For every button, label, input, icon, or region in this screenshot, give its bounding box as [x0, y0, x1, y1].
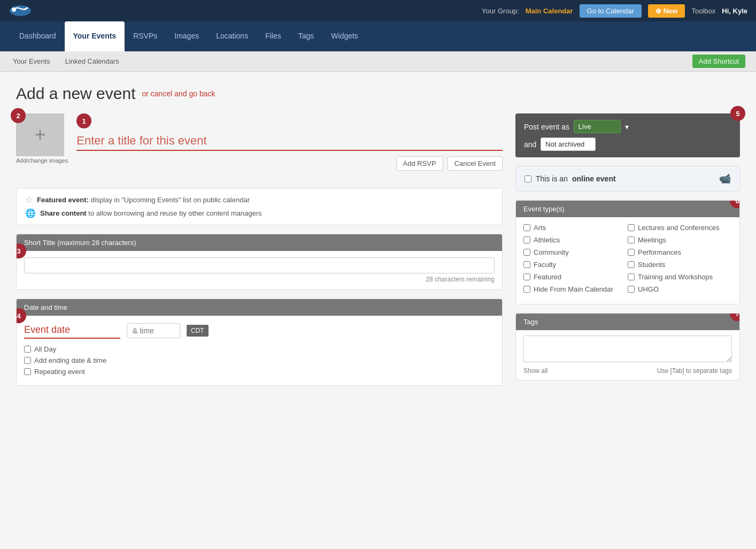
- step1-badge: 1: [76, 113, 91, 128]
- ending-checkbox[interactable]: [24, 357, 31, 364]
- nav-item-tags[interactable]: Tags: [290, 21, 323, 51]
- nav-item-widgets[interactable]: Widgets: [322, 21, 367, 51]
- toolbox-link[interactable]: Toolbox: [691, 7, 715, 15]
- repeating-label: Repeating event: [34, 368, 85, 376]
- post-event-row2: and Not archived Archived ▾: [524, 138, 731, 151]
- checkbox-hide-main[interactable]: [523, 286, 530, 293]
- date-time-header: Date and time: [17, 299, 502, 316]
- tags-hint: Use [Tab] to separate tags: [657, 367, 732, 375]
- short-title-input[interactable]: [24, 257, 495, 273]
- step5-badge: 5: [730, 106, 745, 121]
- archived-select[interactable]: Not archived Archived: [541, 138, 596, 151]
- repeating-checkbox-row[interactable]: Repeating event: [24, 368, 495, 376]
- event-title-input[interactable]: [76, 132, 503, 151]
- nav-item-rsvps[interactable]: RSVPs: [125, 21, 166, 51]
- event-types-header: Event type(s): [516, 201, 739, 217]
- checkbox-lectures[interactable]: [628, 224, 635, 231]
- event-type-students[interactable]: Students: [628, 261, 732, 269]
- add-change-images-label: Add/change images: [16, 157, 68, 164]
- online-event-box: This is an online event 📹: [515, 166, 740, 192]
- nav-item-dashboard[interactable]: Dashboard: [11, 21, 65, 51]
- group-name[interactable]: Main Calendar: [526, 7, 573, 15]
- date-row: CDT: [24, 322, 495, 339]
- checkbox-athletics[interactable]: [523, 237, 530, 243]
- repeating-checkbox[interactable]: [24, 368, 31, 375]
- tags-input[interactable]: [523, 336, 732, 362]
- event-date-input[interactable]: [24, 322, 120, 339]
- and-label: and: [524, 140, 536, 149]
- live-select[interactable]: Live Draft Cancelled: [574, 120, 621, 133]
- add-rsvp-button[interactable]: Add RSVP: [396, 156, 443, 171]
- post-event-label: Post event as: [524, 123, 569, 131]
- event-type-hide-main[interactable]: Hide From Main Calendar: [523, 285, 628, 293]
- top-bar-left: [9, 3, 32, 18]
- performances-label: Performances: [638, 248, 681, 256]
- time-input[interactable]: [127, 323, 180, 338]
- left-column: 2 + Add/change images 1 Add RSVP Cancel …: [16, 113, 503, 394]
- event-type-training[interactable]: Training and Workshops: [628, 273, 732, 281]
- hide-main-label: Hide From Main Calendar: [534, 285, 613, 293]
- allday-checkbox[interactable]: [24, 346, 31, 353]
- checkbox-featured[interactable]: [523, 273, 530, 280]
- checkbox-uhgo[interactable]: [628, 286, 635, 293]
- share-text: Share content to allow borrowing and reu…: [40, 209, 262, 217]
- timezone-badge: CDT: [187, 325, 209, 337]
- allday-checkbox-row[interactable]: All Day: [24, 345, 495, 353]
- checkbox-community[interactable]: [523, 249, 530, 256]
- short-title-header: Short Title (maximum 28 characters): [17, 234, 502, 251]
- top-bar-right: Your Group: Main Calendar Go to Calendar…: [482, 4, 747, 18]
- go-to-calendar-button[interactable]: Go to Calendar: [580, 4, 642, 18]
- two-col-layout: 2 + Add/change images 1 Add RSVP Cancel …: [16, 113, 740, 394]
- checkboxes: All Day Add ending date & time Repeating…: [24, 345, 495, 376]
- online-event-checkbox[interactable]: [524, 176, 531, 182]
- cancel-go-back-link[interactable]: or cancel and go back: [142, 89, 215, 98]
- checkbox-faculty[interactable]: [523, 261, 530, 268]
- event-type-athletics[interactable]: Athletics: [523, 236, 628, 244]
- cancel-event-button[interactable]: Cancel Event: [448, 156, 503, 171]
- checkbox-performances[interactable]: [628, 249, 635, 256]
- short-title-body: 3 28 characters remaining: [17, 251, 502, 289]
- tags-footer: Show all Use [Tab] to separate tags: [523, 367, 732, 375]
- checkbox-students[interactable]: [628, 261, 635, 268]
- title-input-area: 1 Add RSVP Cancel Event: [76, 113, 503, 179]
- post-event-box: 5 Post event as Live Draft Cancelled ▾ a…: [515, 113, 740, 157]
- nav-item-locations[interactable]: Locations: [207, 21, 257, 51]
- checkbox-meetings[interactable]: [628, 237, 635, 243]
- sub-nav-linked-calendars[interactable]: Linked Calendars: [63, 56, 121, 66]
- nav-item-files[interactable]: Files: [257, 21, 290, 51]
- page-title: Add a new event: [16, 85, 136, 103]
- event-type-performances[interactable]: Performances: [628, 248, 732, 256]
- featured-text: Featured event: display in "Upcoming Eve…: [37, 196, 250, 204]
- event-type-arts[interactable]: Arts: [523, 224, 628, 232]
- nav-item-images[interactable]: Images: [166, 21, 207, 51]
- date-time-body: 4 CDT All Day Add ending date &: [17, 316, 502, 385]
- tags-show-all[interactable]: Show all: [523, 367, 547, 375]
- title-header-row: 1: [76, 113, 503, 128]
- ending-checkbox-row[interactable]: Add ending date & time: [24, 356, 495, 364]
- image-area: 2 + Add/change images: [16, 113, 68, 164]
- event-type-featured[interactable]: Featured: [523, 273, 628, 281]
- short-title-section: Short Title (maximum 28 characters) 3 28…: [16, 234, 503, 290]
- online-event-strong: online event: [572, 174, 616, 183]
- hi-label: Hi, Kyle: [722, 7, 747, 15]
- nav-item-your-events[interactable]: Your Events: [65, 21, 125, 51]
- tags-body: Show all Use [Tab] to separate tags: [516, 330, 739, 380]
- add-shortcut-button[interactable]: Add Shortcut: [692, 55, 745, 68]
- page-content: Add a new event or cancel and go back 2 …: [0, 72, 756, 549]
- logo[interactable]: [9, 3, 32, 18]
- sub-nav-your-events[interactable]: Your Events: [11, 56, 52, 66]
- featured-type-label: Featured: [534, 273, 561, 281]
- event-type-community[interactable]: Community: [523, 248, 628, 256]
- top-bar: Your Group: Main Calendar Go to Calendar…: [0, 0, 756, 21]
- select-arrow: ▾: [625, 123, 629, 131]
- globe-icon: 🌐: [25, 208, 36, 218]
- event-type-faculty[interactable]: Faculty: [523, 261, 628, 269]
- checkbox-training[interactable]: [628, 273, 635, 280]
- event-type-uhgo[interactable]: UHGO: [628, 285, 732, 293]
- event-type-meetings[interactable]: Meetings: [628, 236, 732, 244]
- new-plus-icon: ⊕: [655, 7, 661, 15]
- archived-arrow: ▾: [600, 140, 604, 149]
- checkbox-arts[interactable]: [523, 224, 530, 231]
- new-button[interactable]: ⊕ New: [648, 4, 685, 18]
- event-type-lectures[interactable]: Lectures and Conferences: [628, 224, 732, 232]
